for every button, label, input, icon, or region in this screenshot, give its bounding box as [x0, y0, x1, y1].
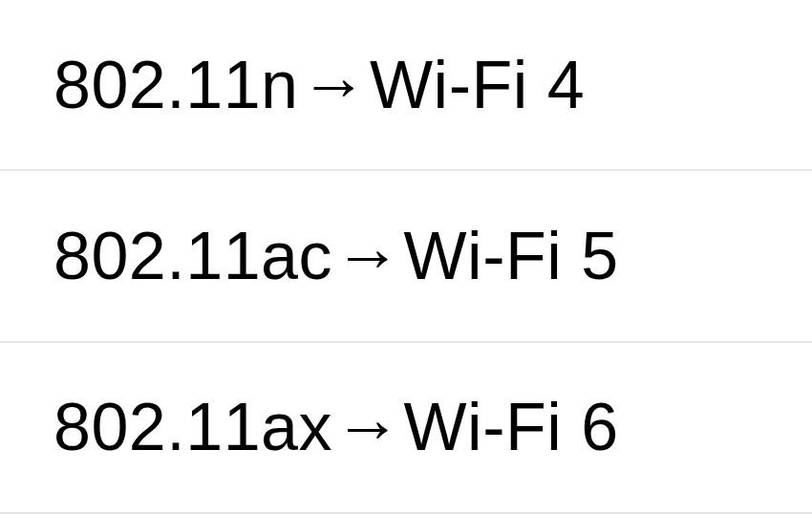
list-item: 802.11ac → Wi-Fi 5 — [0, 171, 812, 342]
arrow-right-icon: → — [301, 47, 369, 123]
list-item: 802.11ax → Wi-Fi 6 — [0, 343, 812, 514]
wifi-name: Wi-Fi 6 — [404, 389, 619, 465]
wifi-standard: 802.11n — [53, 47, 299, 123]
list-item: 802.11n → Wi-Fi 4 — [0, 0, 812, 171]
arrow-right-icon: → — [334, 218, 402, 294]
arrow-right-icon: → — [334, 389, 402, 465]
wifi-standard: 802.11ac — [53, 218, 332, 294]
wifi-standard: 802.11ax — [53, 389, 332, 465]
wifi-name: Wi-Fi 5 — [404, 218, 619, 294]
wifi-name: Wi-Fi 4 — [370, 47, 585, 123]
